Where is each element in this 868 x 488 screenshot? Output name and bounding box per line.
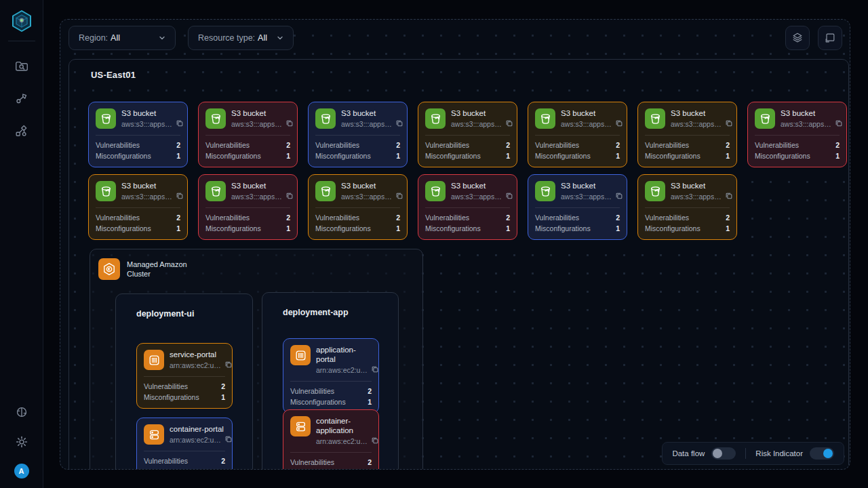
misconfigurations-count: 1: [368, 396, 372, 407]
copy-icon[interactable]: [176, 192, 184, 202]
s3-bucket-card[interactable]: S3 bucket aws:s3:::apps… Vulnerabilities…: [637, 174, 737, 240]
resource-title: S3 bucket: [231, 108, 290, 118]
s3-bucket-card[interactable]: S3 bucket aws:s3:::apps… Vulnerabilities…: [418, 174, 517, 240]
resource-arn: aws:s3:::apps…: [671, 120, 722, 129]
topology-canvas[interactable]: Region:All Resource type:All: [60, 19, 850, 470]
misconfigurations-label: Misconfigurations: [96, 150, 151, 161]
workload-card-service-portal[interactable]: service-portal arn:aws:ec2:u… Vulnerabil…: [136, 343, 233, 409]
s3-bucket-icon: [425, 108, 446, 129]
vulnerabilities-count: 2: [368, 386, 372, 396]
data-flow-label: Data flow: [672, 449, 705, 458]
vulnerabilities-count: 2: [616, 212, 620, 223]
attack-path-icon[interactable]: [14, 90, 30, 106]
misconfigurations-label: Misconfigurations: [425, 150, 481, 161]
copy-icon[interactable]: [835, 119, 843, 129]
chevron-down-icon: [275, 33, 285, 43]
misconfigurations-count: 1: [221, 466, 225, 470]
region-container-us-east01[interactable]: US-East01 S3 bucket aws: [68, 59, 849, 470]
data-flow-toggle[interactable]: [711, 447, 736, 460]
copy-icon[interactable]: [505, 119, 513, 129]
workload-card-application-portal[interactable]: application-portal arn:aws:ec2:u… Vulner…: [283, 338, 379, 413]
vulnerabilities-label: Vulnerabilities: [290, 386, 334, 396]
misconfigurations-count: 1: [221, 392, 225, 403]
frame-select-button[interactable]: [818, 26, 842, 50]
app-logo: [9, 8, 35, 34]
copy-icon[interactable]: [615, 119, 623, 129]
copy-icon[interactable]: [725, 192, 733, 202]
controls-divider: [745, 448, 746, 459]
resource-filter-label: Resource type:: [198, 33, 255, 43]
resource-title: S3 bucket: [561, 181, 620, 190]
resource-title: application-portal: [316, 345, 372, 364]
managed-amazon-cluster[interactable]: Managed Amazon Cluster deployment-ui ser…: [90, 249, 423, 470]
resource-title: S3 bucket: [341, 181, 400, 190]
resource-arn: aws:s3:::apps…: [121, 120, 172, 129]
copy-icon[interactable]: [725, 119, 733, 129]
copy-icon[interactable]: [285, 119, 294, 129]
container-stack-icon: [144, 424, 164, 445]
s3-bucket-card[interactable]: S3 bucket aws:s3:::apps… Vulnerabilities…: [198, 102, 298, 167]
risk-indicator-toggle[interactable]: [810, 447, 834, 460]
copy-icon[interactable]: [395, 119, 403, 129]
s3-bucket-card[interactable]: S3 bucket aws:s3:::apps… Vulnerabilities…: [308, 102, 408, 167]
region-filter[interactable]: Region:All: [68, 26, 176, 50]
resource-title: S3 bucket: [121, 108, 180, 118]
resource-arn: aws:s3:::apps…: [231, 192, 282, 201]
vulnerabilities-label: Vulnerabilities: [205, 140, 250, 150]
s3-bucket-card[interactable]: S3 bucket aws:s3:::apps… Vulnerabilities…: [198, 174, 298, 240]
copy-icon[interactable]: [395, 192, 403, 202]
vulnerabilities-count: 2: [286, 140, 290, 150]
misconfigurations-label: Misconfigurations: [645, 150, 701, 161]
copy-icon[interactable]: [371, 436, 379, 447]
vulnerabilities-count: 2: [176, 140, 180, 150]
workload-card-container-portal[interactable]: container-portal arn:aws:ec2:u… Vulnerab…: [136, 418, 233, 470]
resource-arn: aws:s3:::apps…: [451, 120, 502, 129]
user-avatar[interactable]: A: [14, 464, 29, 479]
group-deployment-app[interactable]: deployment-app application-portal arn:aw…: [262, 292, 399, 470]
settings-gear-icon[interactable]: [14, 434, 30, 450]
s3-bucket-card[interactable]: S3 bucket aws:s3:::apps… Vulnerabilities…: [88, 102, 188, 167]
s3-bucket-card[interactable]: S3 bucket aws:s3:::apps… Vulnerabilities…: [308, 174, 408, 240]
s3-bucket-icon: [315, 181, 336, 201]
copy-icon[interactable]: [224, 435, 233, 445]
misconfigurations-label: Misconfigurations: [205, 223, 261, 234]
misconfigurations-label: Misconfigurations: [535, 150, 591, 161]
s3-bucket-card[interactable]: S3 bucket aws:s3:::apps… Vulnerabilities…: [418, 102, 517, 167]
copy-icon[interactable]: [285, 192, 294, 202]
group-deployment-ui[interactable]: deployment-ui service-portal arn:aws:ec2…: [115, 293, 253, 470]
s3-bucket-card[interactable]: S3 bucket aws:s3:::apps… Vulnerabilities…: [88, 174, 188, 240]
resource-arn: aws:s3:::apps…: [341, 120, 392, 129]
layers-button[interactable]: [785, 26, 810, 50]
copy-icon[interactable]: [371, 365, 379, 375]
ai-analysis-icon[interactable]: [14, 404, 30, 420]
vulnerabilities-label: Vulnerabilities: [205, 212, 250, 223]
s3-bucket-card[interactable]: S3 bucket aws:s3:::apps… Vulnerabilities…: [528, 102, 627, 167]
resource-arn: arn:aws:ec2:u…: [170, 361, 221, 370]
s3-bucket-card[interactable]: S3 bucket aws:s3:::apps… Vulnerabilities…: [528, 174, 627, 240]
copy-icon[interactable]: [224, 361, 233, 371]
misconfigurations-label: Misconfigurations: [315, 223, 371, 234]
topology-graph-icon[interactable]: [14, 123, 30, 139]
misconfigurations-count: 1: [616, 150, 620, 161]
resource-title: S3 bucket: [671, 108, 730, 118]
copy-icon[interactable]: [505, 192, 513, 202]
misconfigurations-count: 1: [506, 150, 510, 161]
toolbar-right-buttons: [785, 26, 842, 50]
misconfigurations-count: 1: [286, 223, 290, 234]
resource-title: S3 bucket: [781, 108, 840, 118]
sidebar: A: [0, 0, 43, 488]
group-title: deployment-app: [283, 308, 349, 317]
misconfigurations-count: 1: [616, 223, 620, 234]
s3-bucket-card[interactable]: S3 bucket aws:s3:::apps… Vulnerabilities…: [747, 102, 847, 167]
misconfigurations-label: Misconfigurations: [425, 223, 481, 234]
workload-card-container-application[interactable]: container-application arn:aws:ec2:u… Vul…: [283, 409, 379, 470]
s3-bucket-icon: [205, 108, 226, 129]
misconfigurations-label: Misconfigurations: [755, 150, 810, 161]
s3-bucket-card[interactable]: S3 bucket aws:s3:::apps… Vulnerabilities…: [637, 102, 737, 167]
copy-icon[interactable]: [176, 119, 184, 129]
vulnerabilities-count: 2: [506, 140, 510, 150]
resource-type-filter[interactable]: Resource type:All: [188, 26, 294, 50]
copy-icon[interactable]: [615, 192, 623, 202]
vulnerabilities-label: Vulnerabilities: [290, 457, 334, 468]
inventory-search-icon[interactable]: [14, 58, 30, 74]
